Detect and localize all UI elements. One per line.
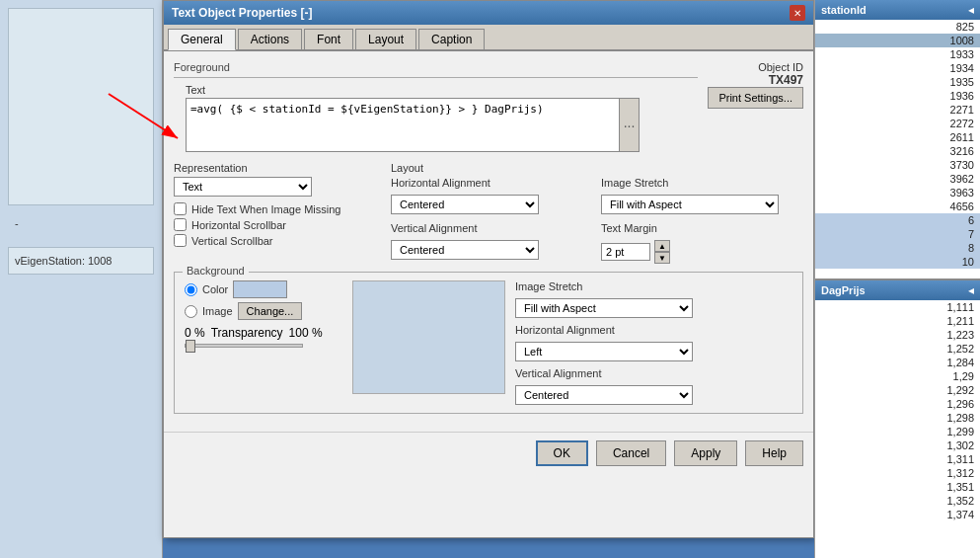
dag-prijs-item[interactable]: 1,211 <box>815 314 980 328</box>
station-id-item[interactable]: 1933 <box>815 47 980 61</box>
veigen-label: vEigenStation: <box>15 255 85 267</box>
station-id-item[interactable]: 3730 <box>815 158 980 172</box>
dialog-footer: OK Cancel Apply Help <box>164 432 813 474</box>
station-id-item[interactable]: 7 <box>815 227 980 241</box>
veigen-station-box: vEigenStation: 1008 <box>8 247 154 275</box>
station-id-item[interactable]: 1936 <box>815 89 980 103</box>
image-label: Image <box>202 305 233 317</box>
dag-prijs-item[interactable]: 1,29 <box>815 369 980 383</box>
tab-layout[interactable]: Layout <box>355 29 416 49</box>
rep-layout-row: Representation Text Image Hide Text When… <box>174 162 803 264</box>
station-id-item[interactable]: 825 <box>815 20 980 34</box>
text-margin-input[interactable] <box>601 243 650 261</box>
tab-font[interactable]: Font <box>304 29 353 49</box>
station-id-expand-icon[interactable]: ◂ <box>968 3 974 17</box>
color-label: Color <box>202 283 228 295</box>
background-section: Background Color Image Change... 0 % <box>174 272 803 414</box>
apply-button[interactable]: Apply <box>674 440 737 466</box>
horizontal-alignment-select[interactable]: Centered Left Right <box>391 195 539 214</box>
horizontal-scrollbar-checkbox[interactable] <box>174 218 187 231</box>
bg-horizontal-alignment-select[interactable]: Left Centered Right <box>515 342 693 361</box>
spinner-down-button[interactable]: ▼ <box>654 252 670 264</box>
station-id-item[interactable]: 4656 <box>815 199 980 213</box>
tab-bar: General Actions Font Layout Caption <box>164 25 813 51</box>
close-button[interactable]: ✕ <box>790 5 805 21</box>
representation-col: Representation Text Image Hide Text When… <box>174 162 371 264</box>
station-id-item[interactable]: 2611 <box>815 130 980 144</box>
representation-select[interactable]: Text Image <box>174 177 312 197</box>
background-content: Color Image Change... 0 % Transparency 1… <box>185 280 792 405</box>
station-id-item[interactable]: 2272 <box>815 117 980 130</box>
bg-vertical-alignment-select[interactable]: Centered Top Bottom <box>515 385 693 405</box>
horizontal-scrollbar-row: Horizontal Scrollbar <box>174 218 371 231</box>
station-id-item[interactable]: 1935 <box>815 75 980 89</box>
vertical-scrollbar-checkbox[interactable] <box>174 234 187 247</box>
hide-text-label: Hide Text When Image Missing <box>191 203 340 215</box>
station-id-item[interactable]: 2271 <box>815 103 980 117</box>
horizontal-scrollbar-label: Horizontal Scrollbar <box>191 219 286 231</box>
station-id-item[interactable]: 1934 <box>815 61 980 75</box>
color-swatch[interactable] <box>233 280 287 298</box>
image-radio[interactable] <box>185 305 197 318</box>
station-id-item[interactable]: 10 <box>815 255 980 269</box>
dag-prijs-item[interactable]: 1,312 <box>815 466 980 480</box>
hide-text-row: Hide Text When Image Missing <box>174 202 371 215</box>
ok-button[interactable]: OK <box>536 440 588 466</box>
formula-input[interactable]: =avg( {$ < stationId = ${vEigenStation}}… <box>186 98 620 152</box>
dag-prijs-item[interactable]: 1,111 <box>815 300 980 314</box>
tab-general[interactable]: General <box>168 29 236 50</box>
dag-prijs-item[interactable]: 1,351 <box>815 480 980 494</box>
color-radio[interactable] <box>185 283 197 296</box>
tab-actions[interactable]: Actions <box>238 29 302 49</box>
hide-text-checkbox[interactable] <box>174 202 187 215</box>
print-settings-button[interactable]: Print Settings... <box>708 87 803 109</box>
spinner-up-button[interactable]: ▲ <box>654 240 670 252</box>
dag-prijs-item[interactable]: 1,302 <box>815 438 980 452</box>
dag-prijs-item[interactable]: 1,284 <box>815 356 980 369</box>
object-id-value: TX497 <box>698 73 803 87</box>
station-id-item[interactable]: 1008 <box>815 34 980 47</box>
dag-prijs-item[interactable]: 1,299 <box>815 425 980 438</box>
station-id-item[interactable]: 6 <box>815 213 980 227</box>
dag-prijs-item[interactable]: 1,298 <box>815 411 980 425</box>
background-right: Image Stretch Fill with Aspect Fill Hori… <box>515 280 792 405</box>
station-id-item[interactable]: 8 <box>815 241 980 255</box>
dialog-titlebar: Text Object Properties [-] ✕ <box>164 1 813 25</box>
transparency-slider-thumb[interactable] <box>186 340 195 353</box>
vert-alignment-field: Vertical Alignment Centered Top Bottom <box>391 222 593 264</box>
dag-prijs-item[interactable]: 1,296 <box>815 397 980 411</box>
formula-expand-button[interactable]: ··· <box>620 98 640 152</box>
dag-prijs-item[interactable]: 1,352 <box>815 494 980 508</box>
change-button[interactable]: Change... <box>238 302 303 320</box>
transparency-right: 100 % <box>289 326 323 340</box>
bg-image-stretch-select[interactable]: Fill with Aspect Fill <box>515 298 693 318</box>
tab-caption[interactable]: Caption <box>418 29 485 49</box>
representation-label: Representation <box>174 162 371 174</box>
dag-prijs-item[interactable]: 1,223 <box>815 328 980 342</box>
station-id-item[interactable]: 3963 <box>815 186 980 199</box>
dag-prijs-item[interactable]: 1,311 <box>815 452 980 466</box>
transparency-label: Transparency <box>211 326 283 340</box>
left-preview-panel: - vEigenStation: 1008 <box>0 0 163 558</box>
text-field-label: Text <box>186 84 698 96</box>
cancel-button[interactable]: Cancel <box>596 440 666 466</box>
help-button[interactable]: Help <box>745 440 803 466</box>
background-legend: Background <box>183 265 249 277</box>
vertical-alignment-select[interactable]: Centered Top Bottom <box>391 240 539 260</box>
color-radio-row: Color <box>185 280 342 298</box>
preview-box <box>8 8 154 205</box>
dialog-text-object-properties: Text Object Properties [-] ✕ General Act… <box>163 0 814 538</box>
dag-prijs-item[interactable]: 1,252 <box>815 342 980 356</box>
horiz-alignment-label: Horizontal Alignment <box>391 177 593 189</box>
object-id-label: Object ID <box>698 61 803 73</box>
station-id-item[interactable]: 3962 <box>815 172 980 186</box>
dag-prijs-expand-icon[interactable]: ◂ <box>968 283 974 297</box>
bg-image-stretch-label: Image Stretch <box>515 280 792 292</box>
dag-prijs-item[interactable]: 1,292 <box>815 383 980 397</box>
text-margin-label: Text Margin <box>601 222 803 234</box>
image-radio-row: Image Change... <box>185 302 342 320</box>
image-stretch-select[interactable]: Fill with Aspect Fill Keep Aspect <box>601 195 779 214</box>
bg-vert-alignment-label: Vertical Alignment <box>515 367 792 379</box>
station-id-item[interactable]: 3216 <box>815 144 980 158</box>
dag-prijs-item[interactable]: 1,374 <box>815 508 980 521</box>
